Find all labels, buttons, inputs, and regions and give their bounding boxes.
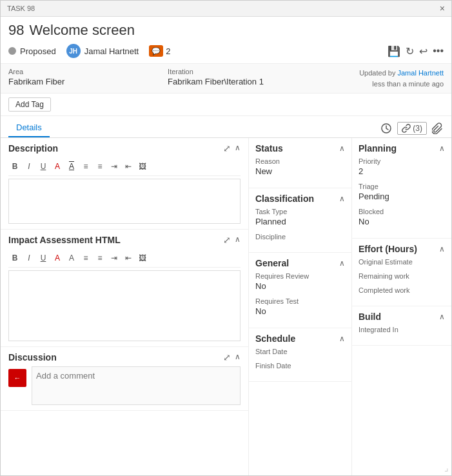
impact-indent-btn[interactable]: ⇥ bbox=[108, 252, 121, 264]
close-button[interactable]: × bbox=[440, 3, 445, 14]
general-header: General ∧ bbox=[255, 258, 345, 268]
discussion-expand-icon[interactable]: ⤢ bbox=[223, 352, 231, 362]
task-type-field: Task Type Planned bbox=[255, 208, 345, 226]
title-bar-label: TASK 98 bbox=[7, 5, 35, 12]
requires-review-field: Requires Review No bbox=[255, 272, 345, 291]
discussion-collapse-icon[interactable]: ∧ bbox=[235, 352, 241, 362]
integrated-in-label: Integrated In bbox=[359, 326, 445, 333]
classification-header: Classification ∧ bbox=[255, 193, 345, 204]
updated-by-link[interactable]: Jamal Hartnett bbox=[397, 69, 444, 77]
impact-image-btn[interactable]: 🖼 bbox=[136, 252, 149, 264]
blocked-value[interactable]: No bbox=[359, 217, 445, 226]
attach-tab-icon[interactable] bbox=[432, 123, 444, 134]
area-label: Area bbox=[8, 68, 160, 75]
priority-value[interactable]: 2 bbox=[359, 166, 445, 176]
blocked-field: Blocked No bbox=[359, 208, 445, 226]
refresh-icon[interactable]: ↻ bbox=[406, 45, 414, 57]
planning-chevron[interactable]: ∧ bbox=[439, 144, 445, 153]
italic-btn[interactable]: I bbox=[23, 160, 35, 173]
tab-details[interactable]: Details bbox=[8, 119, 50, 137]
task-title-row: 98 Welcome screen bbox=[8, 22, 444, 39]
build-chevron[interactable]: ∧ bbox=[439, 312, 445, 321]
impact-editor[interactable] bbox=[8, 270, 241, 341]
finish-date-label: Finish Date bbox=[255, 362, 345, 370]
image-btn[interactable]: 🖼 bbox=[136, 160, 149, 173]
number-list-btn[interactable]: ≡ bbox=[93, 160, 106, 173]
indent-btn[interactable]: ⇥ bbox=[108, 160, 121, 173]
collapse-icon[interactable]: ∧ bbox=[235, 143, 241, 154]
undo-icon[interactable]: ↩ bbox=[419, 45, 427, 57]
discussion-avatar: ← bbox=[8, 369, 26, 387]
comment-icon: 💬 bbox=[149, 45, 163, 57]
underline-btn[interactable]: U bbox=[37, 160, 50, 173]
font-color-btn[interactable]: A bbox=[51, 160, 64, 173]
schedule-header: Schedule ∧ bbox=[255, 333, 345, 344]
comment-badge[interactable]: 💬 2 bbox=[149, 45, 170, 57]
schedule-chevron[interactable]: ∧ bbox=[339, 334, 345, 343]
impact-expand-icon[interactable]: ⤢ bbox=[223, 235, 231, 245]
bold-btn[interactable]: B bbox=[8, 160, 21, 173]
impact-underline-btn[interactable]: U bbox=[37, 252, 50, 264]
discipline-label: Discipline bbox=[255, 233, 345, 241]
avatar: JH bbox=[66, 44, 81, 58]
impact-bullet-btn[interactable]: ≡ bbox=[79, 252, 92, 264]
planning-title: Planning bbox=[359, 143, 397, 154]
classification-title: Classification bbox=[255, 193, 314, 204]
reason-value[interactable]: New bbox=[255, 166, 345, 176]
area-value[interactable]: Fabrikam Fiber bbox=[8, 77, 160, 86]
effort-chevron[interactable]: ∧ bbox=[439, 244, 445, 253]
triage-value[interactable]: Pending bbox=[359, 192, 445, 201]
bg-color-btn[interactable]: A bbox=[65, 160, 78, 173]
task-number: 98 bbox=[8, 22, 24, 39]
task-type-value[interactable]: Planned bbox=[255, 217, 345, 226]
more-icon[interactable]: ••• bbox=[433, 45, 444, 57]
effort-header: Effort (Hours) ∧ bbox=[359, 244, 445, 254]
original-estimate-field: Original Estimate bbox=[359, 258, 445, 266]
task-title[interactable]: Welcome screen bbox=[29, 22, 134, 39]
status-label: Proposed bbox=[20, 46, 56, 56]
meta-row: Area Fabrikam Fiber Iteration Fabrikam F… bbox=[1, 63, 451, 94]
resize-handle: ⌟ bbox=[444, 462, 449, 473]
iteration-value[interactable]: Fabrikam Fiber\Iteration 1 bbox=[168, 77, 319, 86]
status-proposed[interactable]: Proposed bbox=[8, 46, 56, 56]
description-section: Description ⤢ ∧ B I U A A ≡ ≡ bbox=[1, 138, 248, 230]
left-panel: Description ⤢ ∧ B I U A A ≡ ≡ bbox=[1, 138, 249, 475]
outdent-btn[interactable]: ⇤ bbox=[122, 160, 135, 173]
requires-review-value[interactable]: No bbox=[255, 281, 345, 291]
add-tag-button[interactable]: Add Tag bbox=[8, 97, 51, 112]
status-chevron[interactable]: ∧ bbox=[339, 144, 345, 153]
status-section: Status ∧ Reason New bbox=[249, 138, 351, 188]
impact-bold-btn[interactable]: B bbox=[8, 252, 21, 264]
links-badge[interactable]: (3) bbox=[397, 122, 427, 135]
impact-italic-btn[interactable]: I bbox=[23, 252, 35, 264]
general-chevron[interactable]: ∧ bbox=[339, 259, 345, 268]
status-header: Status ∧ bbox=[255, 143, 345, 154]
classification-chevron[interactable]: ∧ bbox=[339, 194, 345, 203]
impact-bg-color-btn[interactable]: A bbox=[65, 252, 78, 264]
impact-outdent-btn[interactable]: ⇤ bbox=[122, 252, 135, 264]
assignee-field[interactable]: JH Jamal Hartnett bbox=[66, 44, 139, 58]
task-type-label: Task Type bbox=[255, 208, 345, 215]
save-icon[interactable]: 💾 bbox=[388, 45, 400, 57]
expand-icon[interactable]: ⤢ bbox=[223, 143, 231, 154]
build-title: Build bbox=[359, 312, 381, 322]
history-tab-icon[interactable] bbox=[380, 123, 392, 134]
description-editor[interactable] bbox=[8, 179, 241, 224]
schedule-title: Schedule bbox=[255, 333, 295, 344]
remaining-work-label: Remaining work bbox=[359, 272, 445, 280]
bullet-list-btn[interactable]: ≡ bbox=[79, 160, 92, 173]
discussion-header: Discussion ⤢ ∧ bbox=[8, 352, 241, 362]
start-date-label: Start Date bbox=[255, 348, 345, 355]
comment-input[interactable] bbox=[32, 366, 241, 405]
completed-work-field: Completed work bbox=[359, 286, 445, 294]
impact-number-btn[interactable]: ≡ bbox=[93, 252, 106, 264]
requires-test-value[interactable]: No bbox=[255, 306, 345, 316]
blocked-label: Blocked bbox=[359, 208, 445, 215]
schedule-section: Schedule ∧ Start Date Finish Date bbox=[249, 328, 351, 382]
status-title: Status bbox=[255, 143, 283, 154]
planning-section: Planning ∧ Priority 2 Triage Pending Blo… bbox=[352, 138, 451, 239]
general-section: General ∧ Requires Review No Requires Te… bbox=[249, 253, 351, 328]
impact-assessment-section: Impact Assessment HTML ⤢ ∧ B I U A A ≡ ≡ bbox=[1, 230, 248, 347]
impact-font-color-btn[interactable]: A bbox=[51, 252, 64, 264]
impact-collapse-icon[interactable]: ∧ bbox=[235, 235, 241, 245]
